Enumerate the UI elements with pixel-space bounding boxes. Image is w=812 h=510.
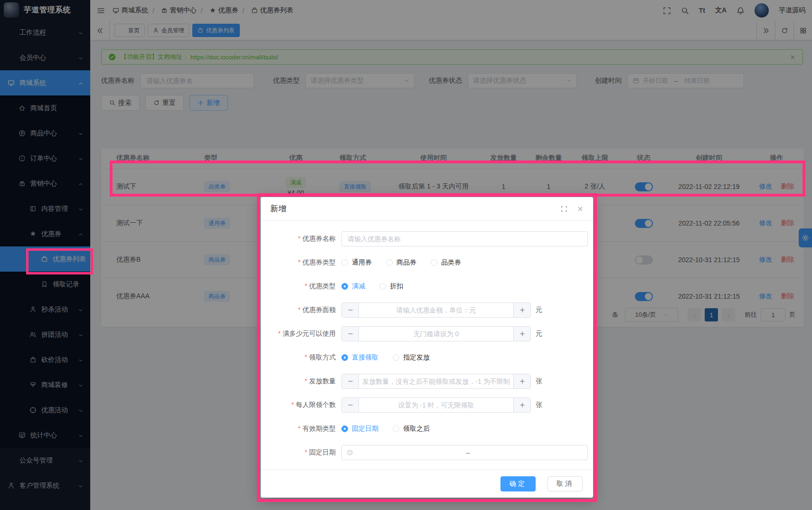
confirm-button[interactable]: 确定 xyxy=(500,476,536,491)
dialog-header: 新增 xyxy=(261,197,593,221)
radio-dot xyxy=(341,259,348,266)
radio-dot xyxy=(393,425,399,432)
take-type-radio-group: 直接领取 指定发放 xyxy=(341,353,587,362)
face-value-stepper xyxy=(341,302,531,318)
coupon-name-field[interactable] xyxy=(341,231,588,246)
minus-icon xyxy=(348,331,353,337)
radio-dot xyxy=(393,354,399,361)
dialog-close-icon[interactable] xyxy=(577,206,584,212)
decrease-button[interactable] xyxy=(342,398,359,412)
form-row-take-limit: *每人限领个数 张 xyxy=(261,393,593,417)
form-row-face-value: *优惠券面额 元 xyxy=(261,298,593,322)
take-limit-input[interactable] xyxy=(359,398,513,412)
plus-icon xyxy=(519,307,525,313)
radio-option[interactable]: 商品券 xyxy=(386,258,416,267)
form-row-discount-type: *优惠类型 满减 折扣 xyxy=(261,274,593,298)
fixed-date-range-picker[interactable]: – xyxy=(341,445,588,460)
form-row-fixed-date: *固定日期 – xyxy=(261,441,593,464)
form-row-coupon-name: *优惠券名称 xyxy=(261,227,593,251)
form-row-coupon-type: *优惠券类型 通用券 商品券 品类券 xyxy=(261,251,593,274)
radio-option[interactable]: 直接领取 xyxy=(341,353,378,362)
radio-option[interactable]: 折扣 xyxy=(379,282,403,291)
plus-icon xyxy=(519,378,525,384)
radio-option[interactable]: 满减 xyxy=(341,282,365,291)
coupon-type-radio-group: 通用券 商品券 品类券 xyxy=(341,258,587,267)
take-limit-stepper xyxy=(341,397,531,413)
minus-icon xyxy=(348,402,353,408)
add-coupon-dialog: 新增 *优惠券名称 *优惠券类型 通用券 xyxy=(261,197,593,498)
form-row-validity-type: *有效期类型 固定日期 领取之后 xyxy=(261,417,593,441)
plus-icon xyxy=(519,331,525,337)
total-count-stepper xyxy=(341,374,531,389)
form-row-take-type: *领取方式 直接领取 指定发放 xyxy=(261,346,593,369)
increase-button[interactable] xyxy=(513,303,530,317)
radio-option[interactable]: 指定发放 xyxy=(393,353,430,362)
face-value-input[interactable] xyxy=(359,303,513,317)
total-count-input[interactable] xyxy=(359,374,513,388)
validity-type-radio-group: 固定日期 领取之后 xyxy=(341,425,587,433)
minus-icon xyxy=(348,307,353,313)
clock-icon xyxy=(347,449,353,456)
threshold-stepper xyxy=(341,326,531,341)
minus-icon xyxy=(348,378,353,384)
increase-button[interactable] xyxy=(513,327,530,341)
radio-dot xyxy=(386,259,393,266)
radio-dot xyxy=(341,283,348,290)
increase-button[interactable] xyxy=(513,398,530,412)
radio-option[interactable]: 固定日期 xyxy=(341,425,378,433)
decrease-button[interactable] xyxy=(342,327,359,341)
form-row-total-count: *发放数量 张 xyxy=(261,369,593,393)
dialog-body: *优惠券名称 *优惠券类型 通用券 商品券 xyxy=(261,221,593,470)
decrease-button[interactable] xyxy=(342,374,359,388)
cancel-button[interactable]: 取消 xyxy=(548,476,583,491)
radio-dot xyxy=(341,425,348,432)
decrease-button[interactable] xyxy=(342,303,359,317)
radio-option[interactable]: 品类券 xyxy=(431,258,461,267)
form-row-threshold: *满多少元可以使用 元 xyxy=(261,322,593,346)
plus-icon xyxy=(519,402,525,408)
increase-button[interactable] xyxy=(513,374,530,388)
dialog-fullscreen-icon[interactable] xyxy=(561,206,567,212)
radio-option[interactable]: 通用券 xyxy=(341,258,372,267)
radio-dot xyxy=(379,283,386,290)
dialog-footer: 确定 取消 xyxy=(261,470,593,498)
discount-type-radio-group: 满减 折扣 xyxy=(341,282,587,291)
threshold-input[interactable] xyxy=(359,327,513,341)
dialog-title: 新增 xyxy=(270,203,286,214)
radio-option[interactable]: 领取之后 xyxy=(393,425,430,433)
radio-dot xyxy=(431,259,437,266)
radio-dot xyxy=(341,354,348,361)
